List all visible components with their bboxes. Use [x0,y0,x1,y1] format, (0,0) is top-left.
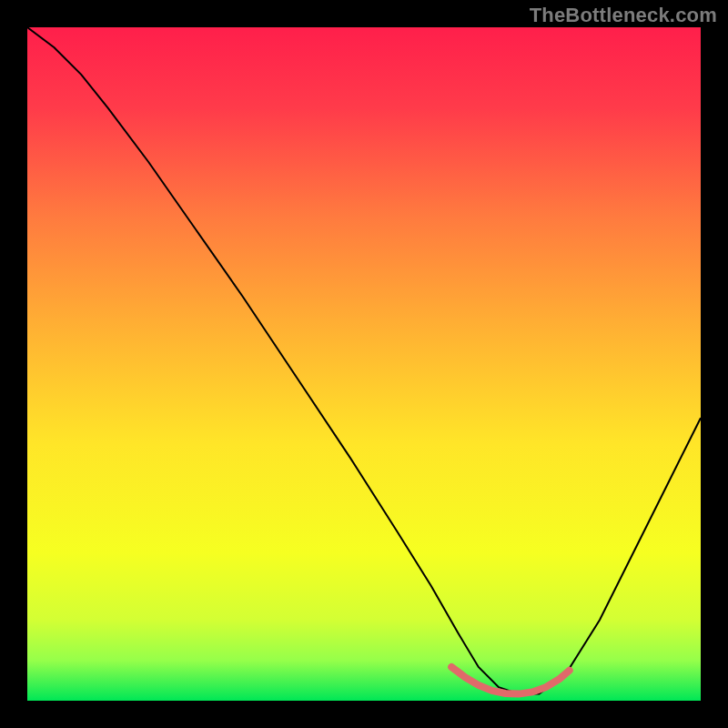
chart-svg [27,27,701,701]
chart-frame: TheBottleneck.com [0,0,728,728]
plot-area [27,27,701,701]
watermark-text: TheBottleneck.com [530,4,717,27]
gradient-background [27,27,701,701]
